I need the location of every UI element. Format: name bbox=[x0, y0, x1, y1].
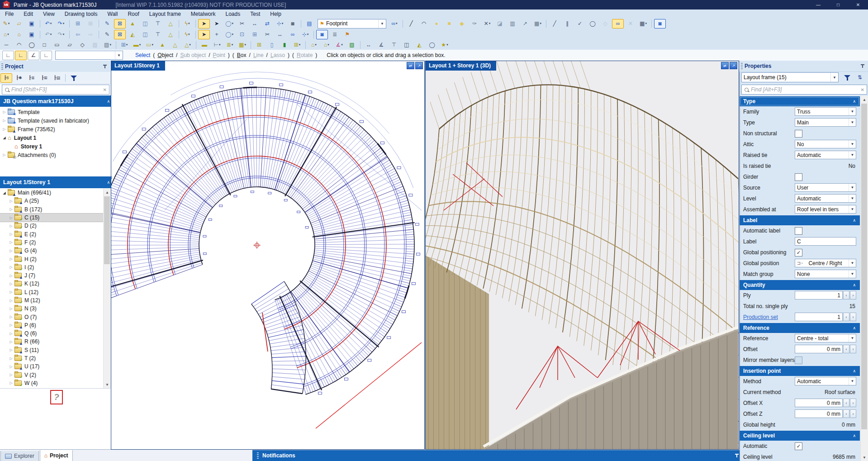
view-text-button[interactable]: ⊤ bbox=[152, 19, 164, 29]
viewport-3d-tab[interactable]: Layout 1 + Storey 1 (3D) bbox=[426, 61, 496, 71]
grid-tool-dropdown-arrow[interactable]: ▾ bbox=[645, 22, 647, 25]
tree-item-j-7[interactable]: ▷▲J (7) bbox=[0, 271, 103, 280]
tree-item-c-15[interactable]: ▷✓C (15) bbox=[0, 214, 103, 222]
new-drawing-dropdown-arrow[interactable]: ▾ bbox=[8, 22, 10, 25]
tree-item-frame-735-62[interactable]: ▷▲Frame (735/62) bbox=[0, 125, 110, 133]
expander-icon[interactable]: ▷ bbox=[9, 199, 14, 203]
maximize-button[interactable]: □ bbox=[828, 0, 848, 10]
menu-drawing-tools[interactable]: Drawing tools bbox=[60, 10, 103, 18]
section-header-quantity[interactable]: Quantity∧ bbox=[740, 280, 860, 290]
zoom-fit-button[interactable]: ⊡ bbox=[236, 30, 248, 39]
wall-spacing-button[interactable]: ⊢▾ bbox=[211, 40, 223, 50]
collapse-chevron-icon[interactable]: ∧ bbox=[853, 369, 856, 373]
expander-icon[interactable]: ▷ bbox=[9, 249, 14, 253]
viewport-3d[interactable]: Layout 1 + Storey 1 (3D) ⇄ ↗ bbox=[425, 61, 739, 450]
offset-z-stepper[interactable]: 0 mm‹› bbox=[795, 409, 856, 418]
expander-icon[interactable]: ▷ bbox=[9, 315, 14, 319]
paint-tool-button[interactable]: ✑ bbox=[469, 19, 480, 29]
tree-item-attachments-0[interactable]: ▷◎Attachments (0) bbox=[0, 151, 110, 159]
global-position-dropdown[interactable]: ⊐▫Centre / Right▼ bbox=[795, 259, 856, 267]
datum-tool-2-button[interactable]: ⊹▾ bbox=[299, 30, 311, 39]
scroll-up-icon[interactable]: ▲ bbox=[104, 189, 111, 196]
expander-icon[interactable]: ▷ bbox=[9, 282, 14, 286]
expander-icon[interactable]: ▷ bbox=[2, 127, 7, 131]
expander-icon[interactable]: ▷ bbox=[9, 224, 14, 228]
properties-search-box[interactable]: Find [Alt+F3] ✕ bbox=[741, 85, 867, 95]
view-undo-button[interactable]: ↶▾ bbox=[43, 30, 54, 39]
draw-polygon-button[interactable]: ◆ bbox=[456, 19, 468, 29]
selection-token-[interactable]: ( bbox=[232, 52, 234, 58]
roof-options-dropdown-arrow[interactable]: ▾ bbox=[189, 43, 191, 47]
tree-item-main-696-41[interactable]: ◢▲Main (696/41) bbox=[0, 189, 103, 197]
view-undo-dropdown-arrow[interactable]: ▾ bbox=[50, 33, 52, 36]
collapse-chevron-icon[interactable]: ∧ bbox=[853, 99, 856, 104]
chevron-down-icon[interactable]: ▼ bbox=[849, 195, 856, 202]
section-header-label[interactable]: Label∧ bbox=[740, 215, 860, 225]
expander-icon[interactable]: ▷ bbox=[9, 299, 14, 303]
stepper-decrease-button[interactable]: ‹ bbox=[843, 313, 849, 321]
window-tool-button[interactable]: ⊞▾ bbox=[291, 40, 303, 50]
menu-layout-frame[interactable]: Layout frame bbox=[144, 10, 186, 18]
expander-icon[interactable]: ▷ bbox=[9, 232, 14, 236]
select-tool-2-button[interactable]: ➤ bbox=[198, 30, 210, 39]
pin-view-button[interactable]: ⚑ bbox=[342, 30, 353, 39]
expander-icon[interactable]: ▷ bbox=[2, 153, 7, 157]
draw-rect-button[interactable]: ■ bbox=[443, 19, 455, 29]
roof-surface-2-button[interactable]: ⌂▾ bbox=[321, 40, 332, 50]
chevron-down-icon[interactable]: ▼ bbox=[849, 377, 856, 385]
stepper-increase-button[interactable]: › bbox=[850, 409, 856, 418]
selection-token-[interactable]: ) bbox=[315, 52, 317, 58]
storey-new-dropdown-arrow[interactable]: ▾ bbox=[7, 33, 9, 36]
wall-opening-button[interactable]: ▭▾ bbox=[144, 40, 156, 50]
frame-insert-dropdown-arrow[interactable]: ▾ bbox=[126, 43, 128, 47]
grid-tool-button[interactable]: ▦▾ bbox=[637, 19, 649, 29]
snapshot-tool-2-button[interactable]: ◙ bbox=[316, 30, 328, 39]
type-dropdown[interactable]: Main▼ bbox=[795, 118, 856, 127]
stepper-decrease-button[interactable]: ‹ bbox=[843, 399, 849, 407]
tree-view-grouped-button[interactable]: ┠✱ bbox=[13, 73, 25, 83]
selection-token-[interactable]: ) bbox=[288, 52, 289, 58]
layout-elevation-button[interactable]: ◭ bbox=[127, 30, 138, 39]
offset-x-stepper[interactable]: 0 mm‹› bbox=[795, 399, 856, 407]
tree-item-layout-1[interactable]: ◢⌂Layout 1 bbox=[0, 133, 110, 142]
tree-item-s-11[interactable]: ▷▲S (11) bbox=[0, 346, 103, 354]
match-group-dropdown[interactable]: None▼ bbox=[795, 270, 856, 278]
dock-tab-explorer[interactable]: Explorer bbox=[0, 451, 39, 461]
minimize-button[interactable]: — bbox=[808, 0, 828, 10]
section-header-ceiling-level[interactable]: Ceiling level∧ bbox=[740, 431, 860, 441]
wall-tool-button[interactable]: ▬▾ bbox=[131, 40, 143, 50]
collapse-chevron-icon[interactable]: ∧ bbox=[853, 283, 856, 287]
tree-item-o-7[interactable]: ▷✓O (7) bbox=[0, 313, 103, 321]
family-dropdown[interactable]: Truss▼ bbox=[795, 107, 856, 116]
assembled-at-dropdown[interactable]: Roof level in tiers▼ bbox=[795, 205, 856, 214]
trim-tool-button[interactable]: ✂ bbox=[236, 19, 248, 29]
section-mark-button[interactable]: ◫ bbox=[401, 40, 413, 50]
stepper-decrease-button[interactable]: ‹ bbox=[843, 345, 849, 353]
menu-loads[interactable]: Loads bbox=[221, 10, 246, 18]
section-header-type[interactable]: Type∧ bbox=[740, 96, 860, 106]
selection-token-[interactable]: / bbox=[266, 52, 268, 58]
collapse-chevron-icon[interactable]: ∧ bbox=[107, 99, 110, 104]
elevation-mark-button[interactable]: ◭ bbox=[413, 40, 425, 50]
open-project-button[interactable]: ▱ bbox=[13, 19, 25, 29]
expander-icon[interactable]: ▷ bbox=[9, 365, 14, 369]
member-circle-button[interactable]: ◯ bbox=[587, 19, 598, 29]
tree-item-template[interactable]: ▷★Template bbox=[0, 108, 110, 116]
delete-node-button[interactable]: ✕▾ bbox=[481, 19, 493, 29]
close-button[interactable]: ✕ bbox=[848, 0, 868, 10]
pin-icon[interactable] bbox=[103, 64, 107, 69]
zoom-tool-2-button[interactable]: ◯▾ bbox=[223, 30, 235, 39]
menu-file[interactable]: File bbox=[0, 10, 19, 18]
expander-icon[interactable]: ▷ bbox=[9, 257, 14, 261]
layout-text-button[interactable]: ⊤ bbox=[152, 30, 164, 39]
angle-snap-button[interactable]: ∟ bbox=[15, 51, 27, 60]
reference-angle-button[interactable]: ∟ bbox=[40, 51, 52, 60]
tree-item-i-2[interactable]: ▷✓I (2) bbox=[0, 263, 103, 271]
measure-tool-button[interactable]: ↔ bbox=[249, 19, 261, 29]
tree-item-m-12[interactable]: ▷✓M (12) bbox=[0, 296, 103, 304]
selection-token-[interactable]: ( bbox=[292, 52, 294, 58]
automatic-label-checkbox[interactable] bbox=[795, 227, 802, 235]
frame-preview-thumbnail[interactable]: ? bbox=[50, 390, 63, 404]
frame-previous-button[interactable]: ⊞ bbox=[72, 19, 84, 29]
build-tool-dropdown-arrow[interactable]: ▾ bbox=[188, 22, 190, 25]
